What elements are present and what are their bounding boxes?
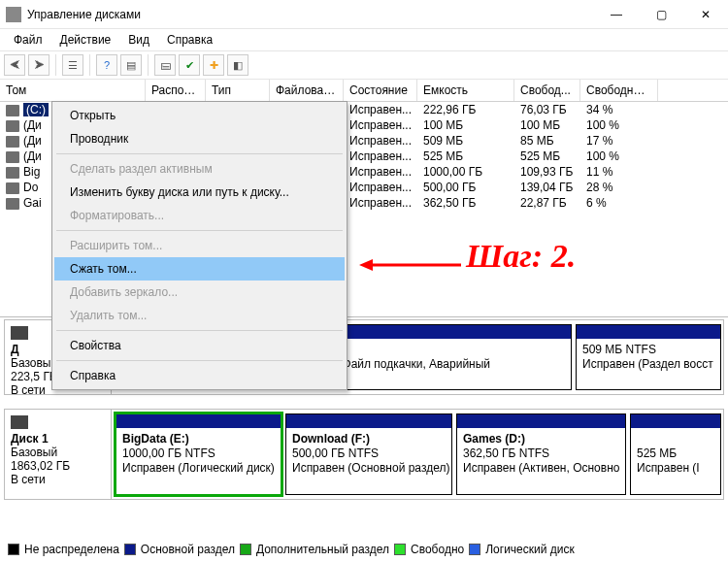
drive-icon xyxy=(6,151,19,163)
col-type[interactable]: Тип xyxy=(206,80,270,101)
col-pct[interactable]: Свободно % xyxy=(580,80,658,101)
maximize-button[interactable]: ▢ xyxy=(639,0,683,29)
menu-view[interactable]: Вид xyxy=(120,31,157,49)
svg-marker-1 xyxy=(359,259,373,271)
col-capacity[interactable]: Емкость xyxy=(417,80,514,101)
ctx-make-active: Сделать раздел активным xyxy=(54,157,345,181)
list-icon[interactable]: ▤ xyxy=(120,54,142,76)
toolbar: ⮜ ⮞ ☰ ? ▤ 🖴 ✔ ✚ ◧ xyxy=(0,50,728,80)
selected-volume: (C:) xyxy=(23,103,49,116)
menu-file[interactable]: Файл xyxy=(6,31,50,49)
disk1-part-games[interactable]: Games (D:)362,50 ГБ NTFSИсправен (Активе… xyxy=(456,413,626,495)
ctx-extend: Расширить том... xyxy=(54,234,345,257)
chart-icon[interactable]: ◧ xyxy=(227,54,248,76)
drive-icon xyxy=(6,105,19,116)
disk-icon xyxy=(11,326,28,340)
minimize-button[interactable]: — xyxy=(594,0,639,29)
show-table-icon[interactable]: ☰ xyxy=(62,54,83,76)
ctx-properties[interactable]: Свойства xyxy=(54,334,345,357)
disk1-part-bigdata[interactable]: BigData (E:)1000,00 ГБ NTFSИсправен (Лог… xyxy=(114,412,283,497)
disk1-header: Диск 1 Базовый 1863,02 ГБ В сети xyxy=(5,410,112,499)
legend-extended: Дополнительный раздел xyxy=(256,543,389,556)
annotation-arrow xyxy=(359,255,461,275)
drive-icon xyxy=(6,182,19,194)
forward-icon[interactable]: ⮞ xyxy=(28,54,50,76)
col-fs[interactable]: Файловая с... xyxy=(270,80,344,101)
disk0-part3[interactable]: 509 МБ NTFSИсправен (Раздел восст xyxy=(576,324,721,390)
ctx-shrink[interactable]: Сжать том... xyxy=(54,257,345,281)
legend: Не распределена Основной раздел Дополнит… xyxy=(8,543,575,556)
menubar: Файл Действие Вид Справка xyxy=(0,29,728,50)
disk1-part-recovery[interactable]: 525 МБИсправен (I xyxy=(630,413,721,495)
drive-icon xyxy=(6,198,19,210)
col-volume[interactable]: Том xyxy=(0,80,146,101)
window-titlebar: Управление дисками — ▢ ✕ xyxy=(0,0,728,29)
ctx-change-letter[interactable]: Изменить букву диска или путь к диску... xyxy=(54,181,345,204)
disk1-panel[interactable]: Диск 1 Базовый 1863,02 ГБ В сети BigData… xyxy=(4,409,724,500)
context-menu: Открыть Проводник Сделать раздел активны… xyxy=(51,101,347,390)
menu-action[interactable]: Действие xyxy=(52,31,119,49)
new-icon[interactable]: ✚ xyxy=(203,54,224,76)
drive-icon xyxy=(6,120,19,132)
close-button[interactable]: ✕ xyxy=(683,0,728,29)
back-icon[interactable]: ⮜ xyxy=(4,54,25,76)
app-icon xyxy=(6,7,21,22)
legend-free: Свободно xyxy=(411,543,464,556)
drive-icon xyxy=(6,167,19,179)
legend-primary: Основной раздел xyxy=(141,543,235,556)
ctx-open[interactable]: Открыть xyxy=(54,104,345,127)
legend-logical: Логический диск xyxy=(485,543,575,556)
help-icon[interactable]: ? xyxy=(96,54,117,76)
col-free[interactable]: Свобод... xyxy=(514,80,580,101)
disk-icon[interactable]: 🖴 xyxy=(154,54,176,76)
annotation-text: Шаг: 2. xyxy=(466,238,576,275)
disk-icon xyxy=(11,415,28,429)
volume-list-header: Том Располо... Тип Файловая с... Состоян… xyxy=(0,80,728,102)
menu-help[interactable]: Справка xyxy=(159,31,220,49)
disk1-part-download[interactable]: Download (F:)500,00 ГБ NTFSИсправен (Осн… xyxy=(285,413,452,495)
ctx-explorer[interactable]: Проводник xyxy=(54,127,345,150)
col-state[interactable]: Состояние xyxy=(344,80,417,101)
window-title: Управление дисками xyxy=(27,8,594,21)
col-layout[interactable]: Располо... xyxy=(146,80,206,101)
refresh-icon[interactable]: ✔ xyxy=(179,54,200,76)
window-buttons: — ▢ ✕ xyxy=(594,0,728,29)
ctx-mirror: Добавить зеркало... xyxy=(54,281,345,304)
ctx-format: Форматировать... xyxy=(54,204,345,227)
drive-icon xyxy=(6,136,19,148)
legend-unalloc: Не распределена xyxy=(24,543,119,556)
ctx-help[interactable]: Справка xyxy=(54,364,345,387)
ctx-delete: Удалить том... xyxy=(54,304,345,327)
